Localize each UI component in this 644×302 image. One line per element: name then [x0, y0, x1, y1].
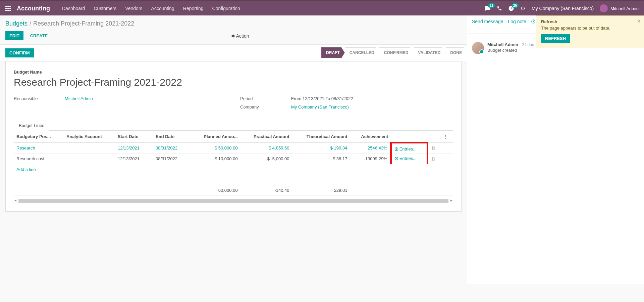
entries-label: Entries... [399, 156, 417, 161]
refresh-popup: × Refresh The page appears to be out of … [536, 15, 644, 48]
refresh-button[interactable]: REFRESH [541, 34, 570, 43]
cell-analytic [64, 143, 115, 154]
user-menu[interactable]: Mitchell Admin [600, 4, 639, 12]
popup-body: The page appears to be out of date. [541, 26, 639, 31]
chatter: Send message Log note Schedule activity … [467, 15, 644, 284]
activities-icon[interactable]: 25 [508, 5, 514, 11]
th-analytic[interactable]: Analytic Account [64, 131, 115, 143]
period-value: From 12/13/2021 To 08/31/2022 [291, 96, 353, 101]
cell-achievement: -13099.29% [350, 154, 391, 164]
form-sheet: Budget Name Research Project-Framing 202… [5, 61, 462, 212]
trash-icon[interactable]: 🗑 [431, 145, 435, 150]
nav-accounting[interactable]: Accounting [151, 6, 174, 11]
cell-pos[interactable]: Research [14, 143, 64, 154]
kebab-icon: ⋮ [443, 134, 448, 139]
message-text: Budget created [487, 48, 543, 53]
company-value[interactable]: My Company (San Francisco) [291, 104, 349, 110]
status-cancelled[interactable]: CANCELLED [345, 47, 379, 58]
cell-planned: $ 50,000.00 [191, 143, 240, 154]
close-icon[interactable]: × [637, 18, 640, 25]
company-label: Company [240, 104, 287, 110]
total-planned: 60,000.00 [191, 185, 240, 196]
nav-menu: Dashboard Customers Vendors Accounting R… [62, 6, 240, 11]
budget-name-label: Budget Name [14, 70, 453, 75]
cell-theoretical: $ 190.84 [292, 143, 350, 154]
cell-planned: $ 10,000.00 [191, 154, 240, 164]
total-theoretical: 229.01 [292, 185, 350, 196]
tab-budget-lines[interactable]: Budget Lines [14, 120, 49, 131]
message-author[interactable]: Mitchell Admin [487, 42, 518, 47]
phone-icon[interactable] [497, 6, 502, 11]
apps-icon[interactable] [5, 6, 11, 11]
messages-icon[interactable]: 11 [485, 5, 491, 11]
nav-dashboard[interactable]: Dashboard [62, 6, 85, 11]
breadcrumb-sep: / [30, 20, 31, 27]
cell-practical: $ 4,859.60 [240, 143, 292, 154]
th-practical[interactable]: Practical Amount [240, 131, 292, 143]
status-draft[interactable]: DRAFT [321, 47, 345, 58]
log-note-button[interactable]: Log note [508, 19, 526, 24]
gear-icon [231, 34, 235, 38]
trash-icon[interactable]: 🗑 [431, 156, 435, 161]
arrow-right-icon [394, 157, 398, 161]
status-confirmed[interactable]: CONFIRMED [379, 47, 414, 58]
th-options[interactable]: ⋮ [441, 131, 453, 143]
user-name: Mitchell Admin [610, 6, 639, 11]
clock-icon [531, 19, 536, 24]
cell-analytic [64, 154, 115, 164]
nav-vendors[interactable]: Vendors [125, 6, 142, 11]
topbar: Accounting Dashboard Customers Vendors A… [0, 0, 644, 15]
statusbar: CONFIRM DRAFT CANCELLED CONFIRMED VALIDA… [0, 44, 467, 61]
breadcrumb-current: Research Project-Framing 2021-2022 [33, 20, 134, 27]
budget-name-value: Research Project-Framing 2021-2022 [14, 77, 453, 88]
cell-pos[interactable]: Research cost [14, 154, 64, 164]
table-row[interactable]: Research 12/13/2021 08/31/2022 $ 50,000.… [14, 143, 453, 154]
breadcrumb-root[interactable]: Budgets [5, 20, 28, 27]
popup-title: Refresh [541, 19, 639, 24]
breadcrumb: Budgets / Research Project-Framing 2021-… [0, 15, 467, 29]
th-achievement[interactable]: Achievement [350, 131, 391, 143]
entries-button[interactable]: Entries... [394, 146, 424, 152]
avatar[interactable] [472, 42, 484, 54]
cell-end: 08/31/2022 [153, 143, 191, 154]
entries-button[interactable]: Entries... [394, 156, 424, 161]
cell-achievement: 2546.43% [350, 143, 391, 154]
edit-button[interactable]: EDIT [5, 31, 23, 40]
th-entries [391, 131, 428, 143]
company-selector[interactable]: My Company (San Francisco) [532, 6, 594, 11]
table-row[interactable]: Research cost 12/13/2021 08/31/2022 $ 10… [14, 154, 453, 164]
status-done[interactable]: DONE [445, 47, 467, 58]
arrow-right-icon [394, 147, 398, 151]
th-budgetary-pos[interactable]: Budgetary Pos... [14, 131, 64, 143]
activities-badge: 25 [512, 3, 519, 8]
cell-start: 12/13/2021 [115, 154, 153, 164]
total-practical: -140.40 [240, 185, 292, 196]
status-validated[interactable]: VALIDATED [413, 47, 445, 58]
debug-icon[interactable] [520, 6, 526, 11]
nav-reporting[interactable]: Reporting [183, 6, 204, 11]
confirm-button[interactable]: CONFIRM [5, 48, 34, 57]
nav-customers[interactable]: Customers [94, 6, 117, 11]
send-message-button[interactable]: Send message [472, 19, 503, 24]
responsible-value[interactable]: Mitchell Admin [65, 96, 93, 101]
action-label: Action [236, 33, 249, 39]
responsible-label: Responsible [14, 96, 61, 101]
cell-practical: $ -5,000.00 [240, 154, 292, 164]
th-planned[interactable]: Planned Amou... [191, 131, 240, 143]
th-delete [428, 131, 441, 143]
nav-configuration[interactable]: Configuration [212, 6, 240, 11]
th-end[interactable]: End Date [153, 131, 191, 143]
entries-label: Entries... [399, 146, 417, 152]
budget-lines-table: Budgetary Pos... Analytic Account Start … [14, 131, 453, 196]
period-label: Period [240, 96, 287, 101]
cell-end: 08/31/2022 [153, 154, 191, 164]
create-button[interactable]: CREATE [26, 31, 52, 40]
avatar [600, 4, 608, 12]
th-start[interactable]: Start Date [115, 131, 153, 143]
add-a-line[interactable]: Add a line [14, 164, 453, 175]
messages-badge: 11 [488, 3, 495, 8]
horizontal-scrollbar[interactable] [18, 199, 448, 203]
th-theoretical[interactable]: Theoretical Amount [292, 131, 350, 143]
action-dropdown[interactable]: Action [231, 33, 249, 39]
app-title[interactable]: Accounting [17, 5, 50, 12]
